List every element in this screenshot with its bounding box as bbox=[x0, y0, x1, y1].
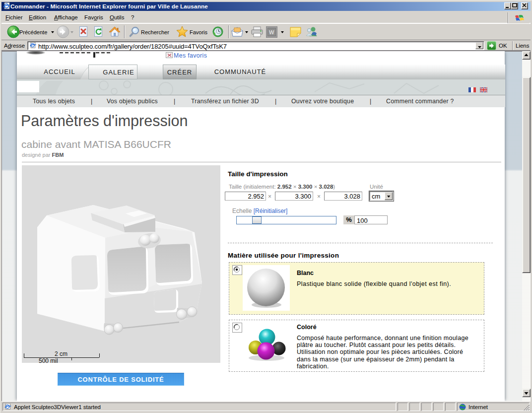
svg-text:500 mil: 500 mil bbox=[39, 357, 58, 364]
svg-text:2 cm: 2 cm bbox=[55, 350, 67, 357]
